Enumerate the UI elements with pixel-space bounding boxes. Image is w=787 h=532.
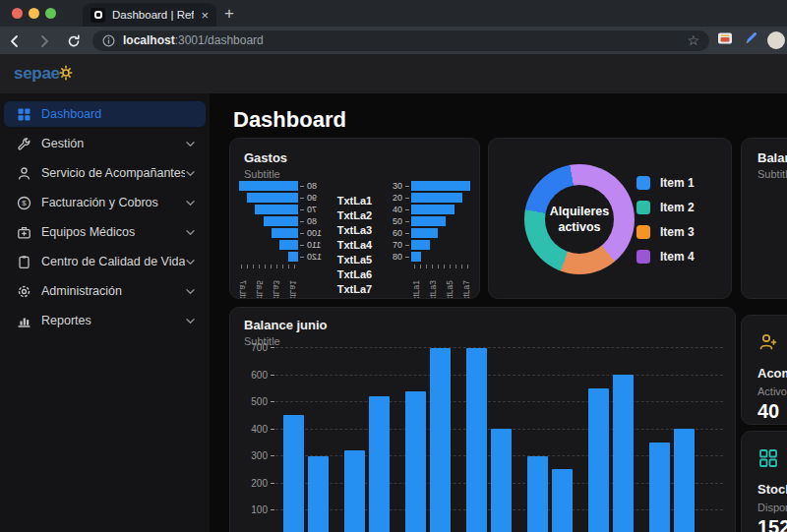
legend-item[interactable]: Item 4 xyxy=(636,250,695,264)
site-info-icon[interactable] xyxy=(102,34,115,47)
gastos-series-label: TxtLa1 xyxy=(333,194,376,208)
tab-close-icon[interactable]: × xyxy=(201,9,209,22)
funnel-tick-mark xyxy=(300,257,304,258)
y-axis-label: 700 xyxy=(230,342,268,353)
bar xyxy=(405,391,426,532)
pen-extension-icon[interactable] xyxy=(743,31,757,50)
funnel-row: 80 xyxy=(238,180,333,192)
funnel-tick-mark xyxy=(405,198,409,199)
funnel-tick-mark xyxy=(300,186,304,187)
app-logo[interactable]: sepae xyxy=(14,64,60,84)
funnel-tick-label: 80 xyxy=(304,181,333,191)
browser-tab[interactable]: Dashboard | Refine × xyxy=(83,3,216,27)
dollar-circle-icon: $ xyxy=(16,195,31,210)
sidebar-item-servicio-de-acompañantes[interactable]: Servicio de Acompañantes xyxy=(4,160,206,186)
browser-toolbar: localhost:3001/dashboard ☆ xyxy=(0,27,787,54)
sidebar-item-facturación-y-cobros[interactable]: $Facturación y Cobros xyxy=(4,190,206,215)
y-axis-tick xyxy=(271,401,274,402)
sidebar-item-equipos-médicos[interactable]: Equipos Médicos xyxy=(4,219,206,245)
funnel-bar xyxy=(411,240,430,250)
acompanantes-title: Acompañantes xyxy=(757,366,787,381)
address-bar[interactable]: localhost:3001/dashboard ☆ xyxy=(92,30,709,51)
bar xyxy=(552,469,573,532)
sidebar-item-label: Reportes xyxy=(41,314,185,327)
funnel-tick-label: 60 xyxy=(376,228,405,238)
alquileres-card: Alquileres activos Item 1Item 2Item 3Ite… xyxy=(488,138,732,299)
funnel-bar xyxy=(411,216,446,226)
chevron-down-icon xyxy=(185,316,196,326)
sidebar-item-reportes[interactable]: Reportes xyxy=(4,308,206,333)
sidebar-item-label: Gestión xyxy=(41,137,185,150)
funnel-tick-label: 20 xyxy=(376,193,405,203)
funnel-row: 110 xyxy=(238,239,333,251)
bookmark-star-icon[interactable]: ☆ xyxy=(687,33,699,47)
close-window-button[interactable] xyxy=(12,8,23,19)
bar xyxy=(283,415,304,532)
legend-item[interactable]: Item 3 xyxy=(636,225,695,239)
chevron-down-icon xyxy=(185,286,196,297)
funnel-row: 30 xyxy=(376,180,471,192)
legend-item[interactable]: Item 2 xyxy=(636,201,695,214)
funnel-bar xyxy=(411,205,454,214)
stock-title: Stock xyxy=(757,482,787,497)
sidebar-item-label: Centro de Calidad de Vida xyxy=(41,255,185,268)
balance-junio-title: Balance junio xyxy=(244,318,721,332)
funnel-bar xyxy=(279,240,298,250)
bar xyxy=(649,443,670,532)
bar xyxy=(369,396,390,532)
funnel-row: 40 xyxy=(376,204,471,215)
legend-item[interactable]: Item 1 xyxy=(636,176,695,190)
screen: Dashboard | Refine × + localhost:3001/da… xyxy=(0,0,787,532)
bar xyxy=(674,429,695,532)
main-content: Dashboard Gastos Subtitle 80907080100110… xyxy=(210,93,787,532)
bar-group xyxy=(527,456,573,532)
legend-swatch xyxy=(636,176,650,190)
sun-logo-icon xyxy=(57,63,75,81)
sidebar-item-label: Administración xyxy=(41,284,185,298)
legend-swatch xyxy=(636,225,650,239)
forward-icon[interactable] xyxy=(30,32,59,48)
funnel-axis-labels: TxtLa1TxtLa3TxtLa5TxtLa7 xyxy=(238,270,297,299)
bar-group xyxy=(649,429,695,532)
funnel-row: 60 xyxy=(376,227,471,239)
funnel-tick-label: 40 xyxy=(376,205,405,214)
gear-icon xyxy=(16,283,31,299)
balance-card-title: Balance xyxy=(757,150,787,165)
dashboard-grid-icon xyxy=(16,106,31,122)
gastos-card-subtitle: Subtitle xyxy=(244,168,465,180)
funnel-tick-mark xyxy=(300,198,304,199)
zoom-window-button[interactable] xyxy=(45,8,56,19)
y-axis-label: 400 xyxy=(230,424,268,435)
acompanantes-value: 40 xyxy=(757,400,787,423)
bar-group xyxy=(588,375,634,532)
gastos-left-funnel: 80907080100110120TxtLa1TxtLa3TxtLa5TxtLa… xyxy=(238,180,333,294)
url-text[interactable]: localhost:3001/dashboard xyxy=(123,33,679,47)
extension-icon[interactable] xyxy=(717,31,733,49)
refine-favicon-icon xyxy=(91,8,105,23)
browser-profile-avatar[interactable] xyxy=(767,31,785,49)
y-axis-tick xyxy=(271,429,274,430)
sidebar-item-administración[interactable]: Administración xyxy=(4,278,206,304)
reload-icon[interactable] xyxy=(59,32,89,48)
funnel-tick-mark xyxy=(405,245,409,246)
gastos-series-label: TxtLa3 xyxy=(333,223,376,238)
funnel-tick-label: 110 xyxy=(304,240,333,250)
funnel-tick-mark xyxy=(405,221,409,222)
funnel-axis-ticks xyxy=(414,265,471,268)
url-path: :3001/dashboard xyxy=(175,33,264,47)
minimize-window-button[interactable] xyxy=(29,8,39,19)
funnel-tick-label: 30 xyxy=(376,181,405,191)
gastos-right-funnel: 30204050607080TxtLa1TxtLa3TxtLa5TxtLa7 xyxy=(376,180,471,294)
sidebar-item-dashboard[interactable]: Dashboard xyxy=(4,101,206,127)
sidebar-item-centro-de-calidad-de-vida[interactable]: Centro de Calidad de Vida xyxy=(4,249,206,274)
new-tab-button[interactable]: + xyxy=(224,3,234,25)
bar xyxy=(430,348,451,532)
funnel-tick-label: 50 xyxy=(376,216,405,226)
funnel-row: 120 xyxy=(238,251,333,263)
medical-bag-icon xyxy=(16,224,31,240)
bar xyxy=(527,456,548,532)
funnel-tick-label: 120 xyxy=(304,252,333,262)
back-icon[interactable] xyxy=(0,32,30,48)
sidebar-item-gestión[interactable]: Gestión xyxy=(4,131,206,156)
funnel-row: 100 xyxy=(238,227,333,239)
